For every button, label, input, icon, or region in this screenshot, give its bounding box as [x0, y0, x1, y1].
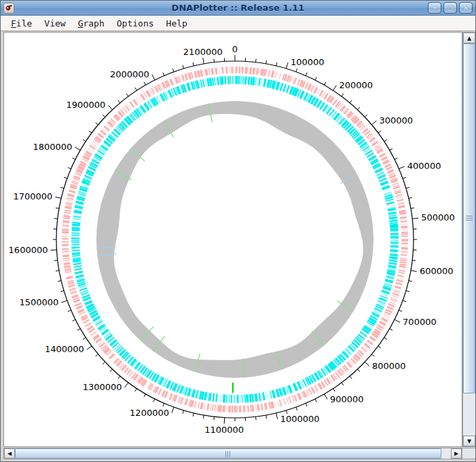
menu-item-help[interactable]: Help	[160, 16, 194, 31]
scroll-up-button[interactable]: ▲	[463, 33, 475, 43]
tick-label: 100000	[291, 57, 325, 67]
tick-label: 1800000	[33, 142, 72, 152]
tick-label: 1300000	[83, 382, 122, 392]
menu-item-graph[interactable]: Graph	[72, 16, 111, 31]
scroll-right-button[interactable]: ▶	[451, 448, 462, 459]
window-title: DNAPlotter :: Release 1.11	[1, 1, 475, 16]
menu-item-view[interactable]: View	[38, 16, 71, 31]
arrow-down-icon: ▼	[467, 438, 471, 444]
menu-item-options[interactable]: Options	[111, 16, 160, 31]
plot-viewport: 0100000200000300000400000500000600000700…	[3, 32, 462, 447]
maximize-icon: ▢	[447, 4, 453, 12]
track-reverse-cds	[75, 80, 395, 399]
arrow-up-icon: ▲	[467, 35, 471, 41]
maximize-button[interactable]: ▢	[443, 2, 457, 14]
close-icon: ✕	[463, 4, 469, 12]
tick-label: 1700000	[13, 191, 52, 201]
arrow-right-icon: ▶	[454, 450, 458, 457]
vertical-scrollbar-thumb[interactable]	[463, 43, 475, 393]
vertical-scrollbar[interactable]: ▲ ▼	[462, 32, 476, 447]
tick-label: 900000	[330, 394, 364, 404]
tick-label: 600000	[420, 266, 454, 276]
thumb-grip	[466, 216, 473, 221]
gc-plot-ring	[96, 101, 373, 378]
thumb-grip	[225, 451, 231, 457]
tick-label: 200000	[340, 80, 373, 90]
close-button[interactable]: ✕	[459, 2, 473, 14]
tick-label: 1100000	[204, 425, 244, 435]
tick-label: 800000	[372, 361, 406, 371]
scrollbar-corner	[462, 448, 476, 459]
arrow-left-icon: ◀	[7, 450, 12, 457]
tick-label: 2100000	[183, 47, 223, 57]
tick-label: 1200000	[130, 408, 169, 418]
ring-feature-lines-blue	[96, 174, 357, 256]
tick-label: 1500000	[19, 297, 58, 307]
tick-label: 400000	[407, 161, 441, 171]
minimize-icon: –	[433, 4, 437, 12]
horizontal-scrollbar[interactable]: ◀ ▶	[3, 448, 462, 459]
tick-label: 1600000	[9, 245, 48, 255]
tick-label: 2000000	[110, 69, 149, 79]
minimize-button[interactable]: –	[428, 2, 441, 14]
tick-label: 700000	[403, 317, 437, 327]
tick-label: 300000	[379, 115, 413, 126]
genome-plot-canvas[interactable]: 0100000200000300000400000500000600000700…	[4, 33, 462, 446]
scroll-left-button[interactable]: ◀	[4, 448, 15, 459]
menu-item-file[interactable]: File	[5, 16, 38, 31]
scroll-down-button[interactable]: ▼	[463, 436, 475, 446]
dnaplotter-window: DNAPlotter :: Release 1.11 – ▢ ✕ File Vi…	[0, 0, 476, 462]
menu-bar: File View Graph Options Help	[1, 16, 475, 31]
tick-label: 1000000	[280, 414, 320, 424]
tick-label: 1900000	[66, 100, 105, 110]
title-bar[interactable]: DNAPlotter :: Release 1.11 – ▢ ✕	[1, 1, 475, 16]
window-controls: – ▢ ✕	[428, 2, 473, 14]
tick-label: 0	[232, 44, 238, 54]
plot-svg: 0100000200000300000400000500000600000700…	[4, 33, 462, 446]
tick-label: 500000	[421, 212, 455, 223]
horizontal-scrollbar-thumb[interactable]	[15, 448, 441, 459]
tick-label: 1400000	[45, 344, 84, 354]
